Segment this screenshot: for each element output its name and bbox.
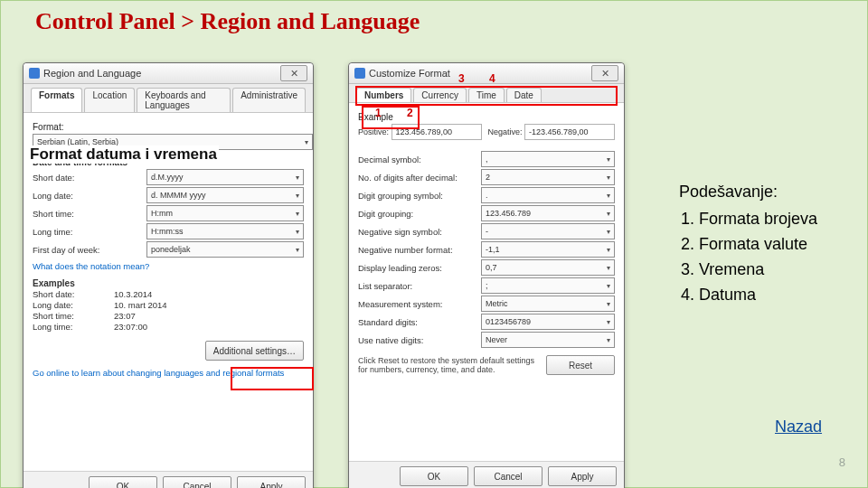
field-select[interactable]: 0123456789 (481, 314, 615, 330)
back-link[interactable]: Nazad (775, 418, 822, 436)
window-title: Region and Language (43, 68, 280, 79)
example-label: Long date: (33, 300, 96, 310)
field-label: Measurement system: (358, 299, 476, 309)
field-select[interactable]: H:mm:ss (146, 223, 304, 239)
field-label: Negative number format: (358, 245, 476, 255)
marker-2: 2 (407, 107, 413, 119)
field-select[interactable]: -1,1 (481, 241, 615, 258)
field-select[interactable]: ; (481, 277, 615, 294)
example-value: 10. mart 2014 (114, 300, 167, 310)
button-bar: OK Cancel Apply (349, 461, 624, 488)
region-language-window: Region and Language ✕ Formats Location K… (23, 62, 314, 488)
marker-4: 4 (489, 72, 495, 85)
tab-strip: Formats Location Keyboards and Languages… (24, 84, 313, 113)
field-select[interactable]: d. MMMM yyyy (146, 187, 304, 203)
side-note-item: Vremena (699, 258, 817, 283)
close-button[interactable]: ✕ (591, 65, 618, 81)
customize-format-window: Customize Format ✕ Numbers Currency Time… (348, 62, 625, 488)
examples-header: Examples (33, 278, 304, 288)
field-select[interactable]: - (481, 223, 615, 239)
field-select[interactable]: 123.456.789 (481, 205, 615, 221)
field-select[interactable]: 2 (481, 169, 615, 185)
cancel-button[interactable]: Cancel (474, 466, 542, 486)
tab-strip: Numbers Currency Time Date (349, 84, 624, 103)
example-value: 23:07 (114, 311, 136, 321)
app-icon (354, 68, 365, 79)
app-icon (29, 68, 40, 79)
dialog-body: Format: Serbian (Latin, Serbia) Date and… (24, 113, 313, 471)
marker-3: 3 (458, 72, 465, 85)
apply-button[interactable]: Apply (548, 466, 617, 486)
page-number: 8 (839, 455, 845, 469)
marker-1: 1 (375, 107, 382, 119)
titlebar: Customize Format ✕ (349, 63, 624, 84)
tab-currency[interactable]: Currency (413, 88, 467, 102)
tab-numbers[interactable]: Numbers (356, 88, 411, 102)
field-label: List separator: (358, 281, 476, 291)
field-label: No. of digits after decimal: (358, 173, 476, 183)
example-label: Short time: (33, 311, 96, 321)
field-label: Long date: (33, 191, 141, 201)
tab-time[interactable]: Time (468, 88, 505, 102)
side-note-item: Datuma (699, 283, 817, 308)
field-select[interactable]: H:mm (146, 205, 304, 221)
cancel-button[interactable]: Cancel (163, 476, 231, 488)
field-label: Use native digits: (358, 335, 476, 345)
tab-location[interactable]: Location (84, 88, 135, 112)
field-label: Digit grouping symbol: (358, 191, 476, 201)
example-label: Example (358, 112, 615, 122)
field-select[interactable]: , (481, 151, 615, 167)
field-select[interactable]: Never (481, 332, 615, 348)
button-bar: OK Cancel Apply (24, 471, 313, 488)
field-select[interactable]: . (481, 187, 615, 203)
close-button[interactable]: ✕ (280, 65, 307, 81)
tab-admin[interactable]: Administrative (232, 88, 306, 112)
reset-hint: Click Reset to restore the system defaul… (358, 356, 539, 374)
tab-keyboards[interactable]: Keyboards and Languages (137, 88, 231, 112)
format-annotation: Format datuma i vremena (28, 145, 219, 164)
field-label: Display leading zeros: (358, 263, 476, 273)
dialog-body: Example Positive: 123.456.789,00 Negativ… (349, 103, 624, 461)
field-label: Negative sign symbol: (358, 227, 476, 237)
reset-button[interactable]: Reset (546, 355, 615, 375)
titlebar: Region and Language ✕ (24, 63, 313, 84)
side-note: Podešavanje: Formata brojevaFormata valu… (679, 180, 817, 307)
ok-button[interactable]: OK (89, 476, 157, 488)
field-label: Digit grouping: (358, 209, 476, 219)
go-online-link[interactable]: Go online to learn about changing langua… (33, 368, 304, 378)
example-value: 10.3.2014 (114, 289, 152, 299)
field-label: Standard digits: (358, 317, 476, 327)
apply-button[interactable]: Apply (237, 476, 306, 488)
example-label: Long time: (33, 322, 96, 332)
field-select[interactable]: 0,7 (481, 259, 615, 276)
example-label: Short date: (33, 289, 96, 299)
field-label: Long time: (33, 227, 141, 237)
page-title: Control Panel > Region and Language (1, 1, 867, 46)
ok-button[interactable]: OK (400, 466, 468, 486)
tab-formats[interactable]: Formats (31, 88, 82, 112)
tab-date[interactable]: Date (506, 88, 542, 102)
field-label: Short time: (33, 209, 141, 219)
additional-settings-button[interactable]: Additional settings… (205, 341, 304, 361)
field-select[interactable]: Metric (481, 296, 615, 312)
side-note-title: Podešavanje: (679, 180, 817, 205)
field-label: Short date: (33, 173, 141, 183)
side-note-item: Formata valute (699, 232, 817, 258)
example-value: 23:07:00 (114, 322, 147, 332)
field-select[interactable]: ponedeljak (146, 241, 304, 258)
field-label: First day of week: (33, 245, 141, 255)
window-title: Customize Format (369, 68, 591, 79)
side-note-item: Formata brojeva (699, 207, 817, 232)
field-select[interactable]: d.M.yyyy (146, 169, 304, 185)
notation-link[interactable]: What does the notation mean? (33, 261, 304, 271)
field-label: Decimal symbol: (358, 155, 476, 164)
format-label: Format: (33, 122, 304, 132)
